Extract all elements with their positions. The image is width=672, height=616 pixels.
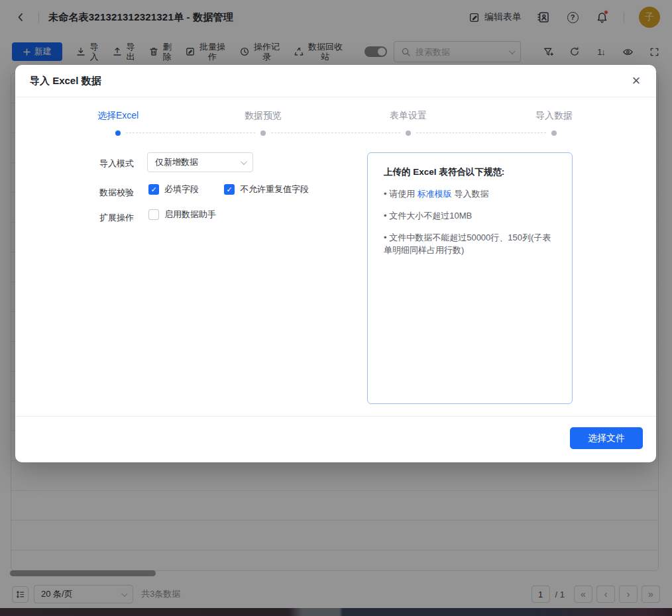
data-assistant-checkbox[interactable] xyxy=(148,209,159,220)
modal-footer: 选择文件 xyxy=(15,416,656,462)
import-mode-value: 仅新增数据 xyxy=(155,156,198,168)
step-form-settings: 表单设置 xyxy=(362,110,455,122)
spec-item-size: 文件大小不超过10MB xyxy=(384,209,556,222)
modal-header: 导入 Excel 数据 xyxy=(15,65,656,97)
data-assistant-label: 启用数据助手 xyxy=(164,209,216,221)
standard-template-link[interactable]: 标准模版 xyxy=(418,189,452,199)
spec-item-1-suffix: 导入数据 xyxy=(452,189,489,199)
no-duplicate-label: 不允许重复值字段 xyxy=(240,183,309,195)
step-connector xyxy=(271,132,400,133)
step-dot-1 xyxy=(115,130,121,136)
close-button[interactable]: × xyxy=(627,72,645,90)
spec-item-template: 请使用 标准模版 导入数据 xyxy=(384,187,556,200)
upload-spec-panel: 上传的 Excel 表符合以下规范: 请使用 标准模版 导入数据 文件大小不超过… xyxy=(367,152,573,404)
step-dot-3 xyxy=(406,130,411,136)
step-select-excel[interactable]: 选择Excel xyxy=(72,110,164,122)
select-file-button[interactable]: 选择文件 xyxy=(570,427,643,449)
extended-ops-label: 扩展操作 xyxy=(99,212,134,224)
import-mode-label: 导入模式 xyxy=(99,158,134,170)
step-dot-2 xyxy=(260,130,266,136)
spec-item-limits: 文件中数据不能超过50000行、150列(子表单明细同样占用行数) xyxy=(384,231,556,256)
no-duplicate-checkbox[interactable]: ✓ xyxy=(224,184,235,195)
step-connector xyxy=(126,132,255,133)
step-import-data: 导入数据 xyxy=(508,110,600,122)
spec-title: 上传的 Excel 表符合以下规范: xyxy=(384,166,556,178)
spec-item-1-text: 请使用 xyxy=(389,189,418,199)
modal-title: 导入 Excel 数据 xyxy=(30,75,101,87)
check-icon: ✓ xyxy=(226,185,232,194)
chevron-down-icon xyxy=(241,158,247,165)
check-icon: ✓ xyxy=(150,185,156,194)
step-dot-4 xyxy=(551,130,557,136)
step-connector xyxy=(416,132,546,133)
required-fields-label: 必填字段 xyxy=(164,183,199,195)
required-fields-checkbox[interactable]: ✓ xyxy=(148,184,159,195)
import-mode-select[interactable]: 仅新增数据 xyxy=(147,152,253,172)
data-validation-label: 数据校验 xyxy=(99,187,134,199)
step-data-preview: 数据预览 xyxy=(217,110,309,122)
import-excel-modal: 导入 Excel 数据 × 选择Excel 数据预览 表单设置 导入数据 导入模… xyxy=(15,65,656,462)
